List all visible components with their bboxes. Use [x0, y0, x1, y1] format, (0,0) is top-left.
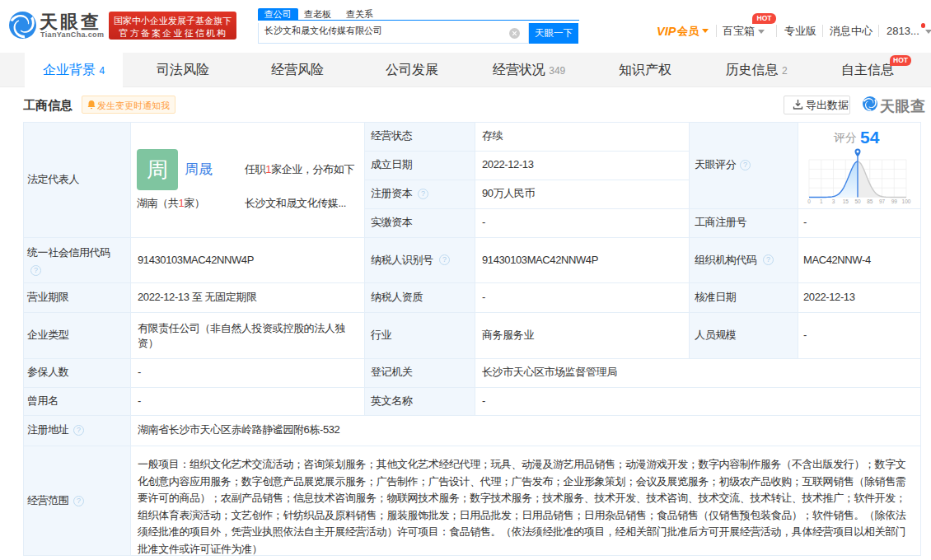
- svg-text:100: 100: [902, 198, 911, 204]
- svg-text:0: 0: [807, 198, 811, 204]
- svg-text:3: 3: [832, 198, 835, 204]
- svg-text:50: 50: [854, 198, 861, 204]
- svg-text:1: 1: [820, 198, 823, 204]
- svg-text:15: 15: [843, 198, 849, 204]
- svg-text:97: 97: [879, 198, 886, 204]
- svg-text:99: 99: [891, 198, 898, 204]
- svg-text:85: 85: [867, 198, 873, 204]
